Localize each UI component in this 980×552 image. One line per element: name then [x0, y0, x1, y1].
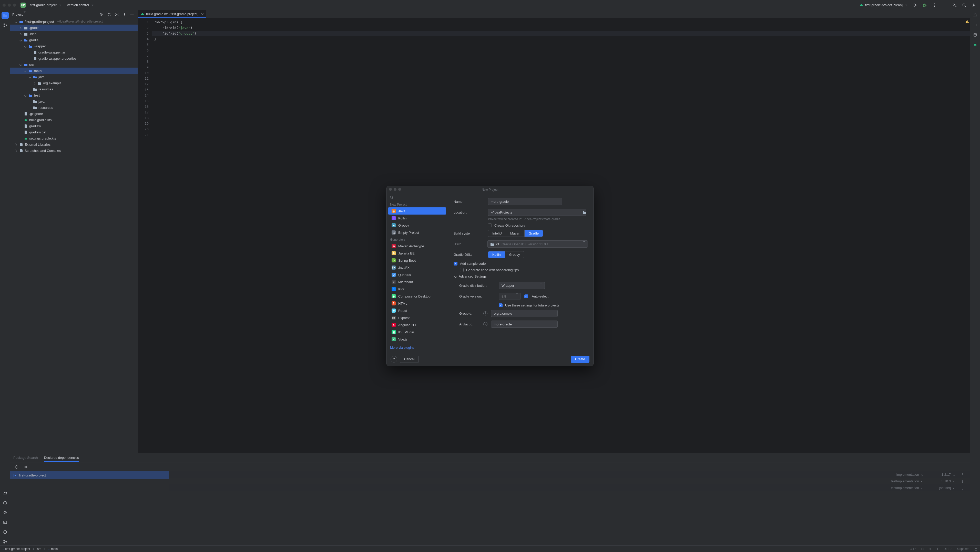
advanced-settings-toggle[interactable]: Advanced Settings	[453, 274, 588, 278]
tab-package-search[interactable]: Package Search	[13, 453, 38, 462]
project-view-selector[interactable]: Project	[12, 13, 25, 16]
jdk-select[interactable]: 21 Oracle OpenJDK version 21.0.1	[487, 240, 588, 247]
more-run-button[interactable]	[931, 2, 938, 9]
browse-location-button[interactable]	[581, 209, 588, 216]
onboarding-checkbox[interactable]	[460, 268, 464, 272]
help-icon[interactable]: ?	[483, 311, 487, 316]
gradle-version-select[interactable]: 8.8	[499, 293, 521, 300]
location-input[interactable]	[488, 209, 586, 216]
dep-version[interactable]: [not set]	[927, 486, 955, 490]
run-config-dropdown[interactable]: first-gradle-project [clean]	[858, 2, 909, 8]
sample-code-checkbox[interactable]	[453, 262, 457, 265]
generator-item[interactable]: ▢Empty Project	[388, 229, 446, 236]
segment-option[interactable]: IntelliJ	[488, 230, 506, 236]
tree-row[interactable]: gradle-wrapper.properties	[10, 55, 138, 62]
tree-row[interactable]: org.example	[10, 80, 138, 86]
more-via-plugins-link[interactable]: More via plugins…	[387, 343, 448, 352]
generator-item[interactable]: exExpress	[388, 314, 446, 321]
project-tree[interactable]: first-gradle-project~/IdeaProjects/first…	[10, 18, 138, 453]
tree-row[interactable]: Scratches and Consoles	[10, 148, 138, 154]
search-everywhere-button[interactable]	[961, 2, 968, 9]
dependencies-table[interactable]: implementation 1.2.17 ⋮testImplementatio…	[169, 471, 970, 545]
settings-button[interactable]	[970, 2, 977, 9]
close-tab-button[interactable]	[200, 12, 204, 15]
more-tool-button[interactable]: ⋯	[2, 31, 9, 38]
dependency-row[interactable]: implementation 1.2.17 ⋮	[169, 471, 970, 478]
generator-item[interactable]: AAngular CLI	[388, 321, 446, 328]
expand-arrow-icon[interactable]	[19, 38, 22, 41]
services-tool-button[interactable]	[2, 509, 9, 516]
tree-row[interactable]: wrapper	[10, 43, 138, 49]
gradle-dsl-segmented[interactable]: KotlinGroovy	[488, 251, 524, 258]
tree-row[interactable]: resources	[10, 86, 138, 92]
cancel-button[interactable]: Cancel	[400, 355, 419, 363]
breadcrumb-src[interactable]: src	[37, 547, 41, 551]
generator-item[interactable]: KKotlin	[388, 214, 446, 222]
tree-row[interactable]: resources	[10, 105, 138, 111]
dep-actions-button[interactable]: ⋮	[958, 479, 966, 483]
dep-version[interactable]: 5.10.3	[927, 479, 955, 483]
expand-arrow-icon[interactable]	[19, 26, 22, 29]
ai-assistant-tool-button[interactable]	[972, 22, 979, 29]
build-system-segmented[interactable]: IntelliJMavenGradle	[488, 230, 543, 237]
expand-arrow-icon[interactable]	[32, 81, 36, 84]
generator-item[interactable]: ▣IDE Plugin	[388, 328, 446, 336]
generator-item[interactable]: ✈Jakarta EE	[388, 250, 446, 257]
tree-row[interactable]: src	[10, 62, 138, 68]
dependency-row[interactable]: testImplementation 5.10.3 ⋮	[169, 478, 970, 484]
dep-actions-button[interactable]: ⋮	[958, 473, 966, 476]
breadcrumb-main[interactable]: main	[51, 547, 58, 551]
generator-item[interactable]: μMicronaut	[388, 278, 446, 286]
expand-arrow-icon[interactable]	[19, 32, 22, 35]
generator-item[interactable]: 5HTML	[388, 300, 446, 307]
tree-row[interactable]: External Libraries	[10, 141, 138, 148]
expand-arrow-icon[interactable]	[23, 94, 27, 97]
tree-row[interactable]: settings.gradle.kts	[10, 135, 138, 141]
generator-item[interactable]: FXJavaFX	[388, 264, 446, 271]
terminal-tool-button[interactable]	[2, 519, 9, 526]
project-tool-button[interactable]	[2, 12, 9, 19]
artifactid-input[interactable]	[491, 320, 558, 328]
dep-version[interactable]: 1.2.17	[927, 473, 955, 476]
tree-row[interactable]: gradlew.bat	[10, 129, 138, 135]
dialog-help-button[interactable]: ?	[391, 356, 397, 363]
indent-info[interactable]: 4 spaces	[957, 547, 969, 551]
expand-arrow-icon[interactable]	[14, 149, 18, 152]
dep-actions-button[interactable]: ⋮	[958, 486, 966, 490]
generator-search[interactable]	[387, 193, 448, 201]
expand-arrow-icon[interactable]	[23, 44, 27, 48]
tree-row[interactable]: gradle	[10, 37, 138, 43]
generator-item[interactable]: QQuarkus	[388, 271, 446, 278]
future-settings-checkbox[interactable]	[499, 303, 503, 307]
structure-tool-button[interactable]	[2, 22, 9, 29]
run-button[interactable]	[911, 2, 918, 9]
tree-row[interactable]: java	[10, 74, 138, 80]
gradle-dist-select[interactable]: Wrapper	[499, 282, 545, 289]
project-dropdown[interactable]: first-gradle-project	[28, 2, 63, 8]
tree-row[interactable]: build.gradle.kts	[10, 117, 138, 123]
breadcrumb-root[interactable]: first-gradle-project	[5, 547, 30, 551]
generator-item[interactable]: ◆Compose for Desktop	[388, 293, 446, 300]
expand-arrow-icon[interactable]	[23, 69, 27, 72]
modules-list[interactable]: first-gradle-project	[10, 471, 169, 545]
packages-tool-button[interactable]	[2, 499, 9, 506]
vcs-dropdown[interactable]: Version control	[65, 2, 95, 8]
module-item[interactable]: first-gradle-project	[10, 471, 169, 479]
window-controls[interactable]	[3, 3, 16, 7]
expand-arrow-icon[interactable]	[14, 143, 18, 146]
tab-char-info[interactable]: ⇥	[928, 547, 931, 551]
editor-tab[interactable]: build.gradle.kts (first-gradle-project)	[138, 10, 206, 18]
tree-row[interactable]: .gitignore	[10, 111, 138, 117]
panel-options-button[interactable]	[121, 11, 128, 18]
dep-scope[interactable]: implementation	[874, 473, 923, 476]
dialog-window-controls[interactable]	[389, 188, 401, 191]
generator-item[interactable]: VVue.js	[388, 336, 446, 343]
file-encoding[interactable]: UTF-8	[943, 547, 952, 551]
tree-row[interactable]: test	[10, 92, 138, 98]
generator-item[interactable]: ☕Java	[388, 208, 446, 214]
auto-select-checkbox[interactable]	[524, 294, 528, 298]
hide-panel-button[interactable]: —	[128, 11, 135, 18]
notifications-tool-button[interactable]	[972, 12, 979, 19]
generator-item[interactable]: mMaven Archetype	[388, 243, 446, 250]
tree-row[interactable]: first-gradle-project~/IdeaProjects/first…	[10, 18, 138, 25]
